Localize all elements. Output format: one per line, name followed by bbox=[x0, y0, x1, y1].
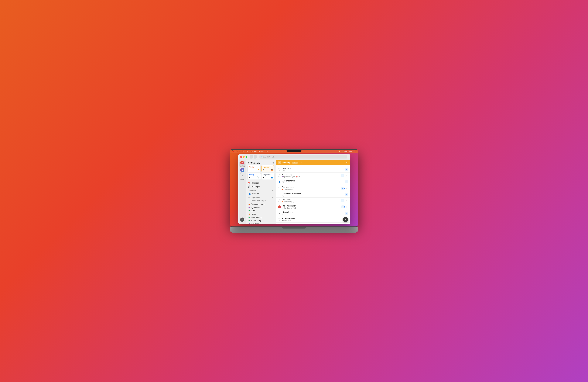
settings-icon: ⚙ bbox=[240, 218, 244, 222]
menubar-view[interactable]: View bbox=[250, 150, 253, 152]
sidebar-project-item[interactable]: Agreements bbox=[247, 206, 275, 209]
task-check-action[interactable]: ✓ bbox=[341, 199, 344, 202]
task-tag: Star Building bbox=[283, 207, 292, 209]
task-item[interactable]: Building security Star Building◯ 3 ✓☆ bbox=[276, 204, 350, 210]
single-tasks-label: Single tasks bbox=[263, 174, 273, 176]
task-item[interactable]: Reminders ◯ 1 ✓ bbox=[276, 166, 350, 173]
task-checkbox[interactable] bbox=[278, 187, 280, 189]
activity-card[interactable]: Activity 3 📡 bbox=[248, 173, 261, 180]
task-content: Recently added ◯ 1 bbox=[283, 211, 344, 215]
task-actions: ✓☆ bbox=[341, 174, 348, 177]
task-item[interactable]: 👤 Assigned to you ◯ 1 ✓ bbox=[276, 179, 350, 185]
task-count: ◯ 1 bbox=[283, 214, 285, 215]
task-item[interactable]: Documents Star Building◯ 3 ✓☆ bbox=[276, 198, 350, 204]
task-tag: Single tasks bbox=[282, 220, 291, 221]
task-meta: Star Building◯ 3 bbox=[282, 201, 340, 203]
project-dot bbox=[249, 207, 250, 208]
active-projects-more-icon[interactable]: ··· bbox=[272, 196, 274, 199]
menubar-wifi-icon[interactable]: 📶 bbox=[338, 150, 340, 152]
favorites-more-icon[interactable]: ··· bbox=[272, 189, 274, 192]
task-item[interactable]: Ad requirements Single tasks ✓☆ bbox=[276, 216, 350, 222]
task-checkbox[interactable] bbox=[278, 218, 280, 221]
sidebar-project-item[interactable]: Marketing bbox=[247, 222, 275, 224]
task-count: ◯ 2 bbox=[293, 188, 295, 190]
maximize-button[interactable] bbox=[246, 156, 247, 158]
tag-dot bbox=[282, 201, 283, 202]
menubar-finder[interactable]: Finder bbox=[235, 150, 241, 152]
sidebar-project-item[interactable]: Company reunion bbox=[247, 203, 275, 206]
task-section-icon: ▶ bbox=[278, 212, 281, 215]
task-star-action[interactable]: ☆ bbox=[345, 205, 348, 208]
sidebar-project-item[interactable]: Bookkeeping bbox=[247, 219, 275, 222]
manage-icon: ⠿ bbox=[240, 175, 244, 179]
task-item[interactable]: @ You were mentioned in ◯ 2 ✓ bbox=[276, 191, 350, 198]
task-star-action[interactable]: ☆ bbox=[345, 199, 348, 202]
task-item[interactable]: ▶ Recently added ◯ 1 ✓ bbox=[276, 210, 350, 216]
menubar-go[interactable]: Go bbox=[254, 150, 257, 152]
incoming-header: ! Incoming 5 tasks ··· ⊡ bbox=[276, 160, 350, 165]
single-tasks-count: 5 bbox=[263, 176, 264, 179]
sidebar-item-messages[interactable]: 💬 Messages bbox=[247, 185, 275, 188]
menubar-edit[interactable]: Edit bbox=[246, 150, 248, 152]
messages-icon: 💬 bbox=[248, 185, 250, 188]
laptop-screen: 🍎 Finder File Edit View Go Window Help ⌃… bbox=[230, 149, 358, 227]
active-projects-label: Active projects bbox=[248, 197, 260, 199]
incoming-card-label: Incoming bbox=[263, 166, 273, 168]
task-star-action[interactable]: ☆ bbox=[345, 174, 348, 177]
menubar-window[interactable]: Window bbox=[258, 150, 264, 152]
incoming-more-button[interactable]: ··· bbox=[300, 161, 302, 164]
sidebar-item-nozbe[interactable]: N My Nozbe bbox=[239, 168, 245, 174]
task-title: Feather Corp bbox=[282, 174, 340, 176]
menubar-help[interactable]: Help bbox=[265, 150, 268, 152]
search-bar[interactable]: 🔍 Search/Jump to bbox=[259, 155, 347, 159]
add-task-fab[interactable]: + bbox=[343, 217, 348, 222]
incoming-inbox-icon: 📥 bbox=[271, 169, 273, 171]
task-meta: Star Building◯ 3 bbox=[283, 207, 340, 209]
sidebar-project-item[interactable]: Home bbox=[247, 212, 275, 216]
task-checkbox[interactable] bbox=[278, 175, 280, 177]
task-check-action[interactable]: ✓ bbox=[345, 168, 348, 171]
task-count: ◯ 3 bbox=[293, 207, 296, 209]
apple-menu-icon[interactable]: 🍎 bbox=[231, 150, 234, 152]
incoming-filter-icon[interactable]: ⊡ bbox=[346, 161, 348, 164]
incoming-count-row: 5 📥 bbox=[263, 168, 273, 171]
single-tasks-card[interactable]: Single tasks 5 👥 bbox=[261, 173, 274, 180]
menubar-file[interactable]: File bbox=[242, 150, 245, 152]
task-tag: Star Building bbox=[282, 188, 292, 190]
task-check-action[interactable]: ✓ bbox=[341, 174, 344, 177]
menubar-battery-icon[interactable]: 🔋 bbox=[341, 150, 343, 152]
task-star-action[interactable]: ☆ bbox=[345, 187, 348, 190]
task-meta: ◯ 1 bbox=[283, 182, 344, 184]
task-check-action[interactable]: ✓ bbox=[345, 193, 348, 196]
forward-button[interactable]: › bbox=[253, 155, 257, 159]
task-checkbox[interactable] bbox=[278, 168, 280, 171]
task-content: Feather Corp Agreements◯ 1📅 Sat bbox=[282, 174, 340, 178]
sidebar-item-my-tasks[interactable]: 👤 My tasks bbox=[247, 192, 275, 196]
sidebar-item-calendar[interactable]: 📅 Calendar bbox=[247, 181, 275, 185]
search-placeholder: Search/Jump to bbox=[263, 156, 275, 158]
task-item[interactable]: Perimeter security Star Building◯ 2 ✓☆ bbox=[276, 185, 350, 191]
sidebar-project-item[interactable]: Nova Building bbox=[247, 216, 275, 219]
task-check-action[interactable]: ✓ bbox=[345, 212, 348, 215]
minimize-button[interactable] bbox=[243, 156, 245, 158]
sidebar-gear-icon[interactable]: ⚙ bbox=[272, 162, 274, 164]
sidebar-item-manage[interactable]: ⠿ Manage bbox=[239, 174, 245, 180]
sidebar-item-settings[interactable]: ⚙ bbox=[239, 217, 245, 222]
task-check-action[interactable]: ✓ bbox=[345, 181, 348, 183]
priority-card[interactable]: Priority 0 ★ bbox=[248, 165, 260, 172]
icon-sidebar: M My Company N My Nozbe ⠿ Manage ⚙ bbox=[238, 160, 246, 224]
task-section-icon: 👤 bbox=[278, 181, 281, 183]
task-actions: ✓ bbox=[345, 212, 348, 215]
activity-cards: Activity 3 📡 Single tasks 5 👥 bbox=[246, 173, 276, 181]
incoming-card[interactable]: Incoming 5 📥 bbox=[261, 165, 274, 172]
task-list: Reminders ◯ 1 ✓ Feather Corp Agreements◯… bbox=[276, 165, 350, 224]
back-button[interactable]: ‹ bbox=[250, 155, 253, 159]
task-item[interactable]: Feather Corp Agreements◯ 1📅 Sat ✓☆ bbox=[276, 173, 350, 179]
task-content: Ad requirements Single tasks bbox=[282, 217, 340, 221]
sidebar-project-item[interactable]: SEO bbox=[247, 209, 275, 212]
close-button[interactable] bbox=[240, 156, 242, 158]
sidebar-item-company[interactable]: M My Company bbox=[239, 161, 245, 167]
task-checkbox[interactable] bbox=[278, 200, 280, 202]
create-new-project-item[interactable]: + Create new project bbox=[247, 199, 275, 203]
priority-label: Priority bbox=[249, 166, 259, 168]
